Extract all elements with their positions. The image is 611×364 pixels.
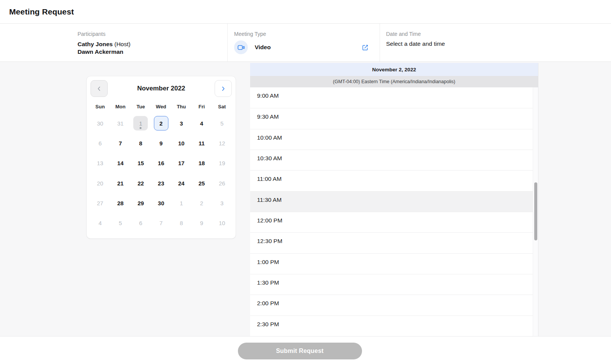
time-slot-row[interactable]: 1:00 PM <box>250 253 533 274</box>
calendar-day-active[interactable]: 18 <box>194 156 209 171</box>
previous-month-button[interactable] <box>91 80 108 97</box>
day-cell: 24 <box>171 173 191 193</box>
main-content: November 2022 SunMonTueWedThuFriSat 3031… <box>0 62 611 336</box>
day-cell: 4 <box>90 213 110 233</box>
day-cell: 10 <box>212 213 232 233</box>
calendar-day-muted: 7 <box>154 216 168 230</box>
day-cell: 21 <box>110 173 131 193</box>
day-cell: 7 <box>151 213 171 233</box>
page-title: Meeting Request <box>9 7 74 16</box>
date-and-time-value: Select a date and time <box>386 40 611 47</box>
chevron-right-icon <box>220 85 226 92</box>
day-of-week-headers: SunMonTueWedThuFriSat <box>90 104 233 110</box>
app-header: Meeting Request <box>0 0 611 24</box>
participants-section: Participants Cathy Jones (Host) Dawn Ack… <box>0 24 228 61</box>
next-month-button[interactable] <box>215 80 232 97</box>
calendar-day-active[interactable]: 8 <box>133 136 148 150</box>
calendar-day-active[interactable]: 23 <box>154 176 168 190</box>
day-header: Tue <box>136 104 145 110</box>
day-cell: 4 <box>191 113 212 133</box>
time-slot-row[interactable]: 10:00 AM <box>250 129 533 150</box>
day-cell: 30 <box>90 113 110 133</box>
edit-icon <box>362 44 369 51</box>
day-cell: 5 <box>110 213 131 233</box>
time-slot-row[interactable]: 2:30 PM <box>250 316 533 336</box>
calendar-day-muted: 5 <box>113 216 128 230</box>
time-slot-row[interactable]: 11:00 AM <box>250 170 533 191</box>
day-cell: 19 <box>212 153 232 173</box>
participant-host: Cathy Jones (Host) <box>78 40 227 48</box>
calendar-day-muted: 1 <box>174 196 189 210</box>
calendar-day-active[interactable]: 25 <box>194 176 209 190</box>
calendar-day-muted: 20 <box>93 176 107 190</box>
calendar-day-muted: 4 <box>93 216 107 230</box>
day-cell: 13 <box>90 153 110 173</box>
time-slot-row[interactable]: 2:00 PM <box>250 295 533 315</box>
day-cell: 9 <box>191 213 212 233</box>
day-cell: 3 <box>171 113 191 133</box>
calendar-header: November 2022 <box>87 80 236 97</box>
calendar-day-active[interactable]: 10 <box>174 136 189 150</box>
meeting-type-value: Video <box>255 44 271 51</box>
calendar-month-title: November 2022 <box>137 85 185 92</box>
day-header: Wed <box>156 104 166 110</box>
time-slot-row[interactable]: 1:30 PM <box>250 274 533 295</box>
day-cell: 23 <box>151 173 171 193</box>
calendar-day-active[interactable]: 30 <box>154 196 168 210</box>
calendar-day-active[interactable]: 14 <box>113 156 128 171</box>
calendar-day-active[interactable]: 21 <box>113 176 128 190</box>
day-cell: 1 <box>131 113 151 133</box>
calendar-day-active[interactable]: 9 <box>154 136 168 150</box>
date-and-time-section: Date and Time Select a date and time <box>380 24 611 61</box>
day-cell: 31 <box>110 113 131 133</box>
submit-request-button[interactable]: Submit Request <box>238 343 362 359</box>
time-slot-row[interactable]: 11:30 AM <box>250 191 533 212</box>
participants-label: Participants <box>78 31 227 37</box>
time-slot-row[interactable]: 12:30 PM <box>250 232 533 253</box>
day-cell: 29 <box>131 193 151 213</box>
day-cell: 18 <box>191 153 212 173</box>
calendar-day-active[interactable]: 24 <box>174 176 189 190</box>
calendar-day-active[interactable]: 29 <box>133 196 148 210</box>
calendar-day-active[interactable]: 3 <box>174 116 189 130</box>
scrollbar-track[interactable] <box>533 87 538 336</box>
day-cell: 6 <box>90 133 110 153</box>
day-cell: 20 <box>90 173 110 193</box>
calendar-day-today[interactable]: 1 <box>133 116 148 130</box>
day-cell: 7 <box>110 133 131 153</box>
calendar-day-active[interactable]: 4 <box>194 116 209 130</box>
calendar-day-active[interactable]: 7 <box>113 136 128 150</box>
date-and-time-label: Date and Time <box>386 31 611 37</box>
time-slot-row[interactable]: 10:30 AM <box>250 150 533 170</box>
calendar-day-muted: 27 <box>93 196 107 210</box>
day-cell: 2 <box>151 113 171 133</box>
video-icon-circle <box>234 40 248 54</box>
calendar-day-active[interactable]: 28 <box>113 196 128 210</box>
day-header: Sat <box>218 104 226 110</box>
meeting-type-section: Meeting Type Video <box>228 24 380 61</box>
time-slot-row[interactable]: 12:00 PM <box>250 212 533 232</box>
scrollbar-thumb[interactable] <box>534 182 537 240</box>
edit-meeting-type-button[interactable] <box>361 44 369 52</box>
calendar-grid: 3031123456789101112131415161718192021222… <box>90 113 233 233</box>
calendar-day-active[interactable]: 22 <box>133 176 148 190</box>
meeting-type-label: Meeting Type <box>234 31 369 37</box>
calendar-day-active[interactable]: 17 <box>174 156 189 171</box>
calendar-day-muted: 5 <box>215 116 229 130</box>
day-header: Mon <box>115 104 126 110</box>
day-cell: 14 <box>110 153 131 173</box>
today-dot <box>140 127 142 129</box>
schedule-column: November 2, 2022 (GMT-04:00) Eastern Tim… <box>250 62 538 336</box>
calendar-day-active[interactable]: 15 <box>133 156 148 171</box>
calendar-day-muted: 3 <box>215 196 229 210</box>
calendar-day-active[interactable]: 11 <box>194 136 209 150</box>
calendar-day-muted: 2 <box>194 196 209 210</box>
calendar-day-muted: 8 <box>174 216 189 230</box>
calendar-day-selected[interactable]: 2 <box>154 116 168 130</box>
time-slot-row[interactable]: 9:30 AM <box>250 108 533 129</box>
calendar-day-active[interactable]: 16 <box>154 156 168 171</box>
timezone-row: (GMT-04:00) Eastern Time (America/Indian… <box>250 76 538 87</box>
day-cell: 12 <box>212 133 232 153</box>
time-slot-row[interactable]: 9:00 AM <box>250 87 533 108</box>
day-cell: 5 <box>212 113 232 133</box>
